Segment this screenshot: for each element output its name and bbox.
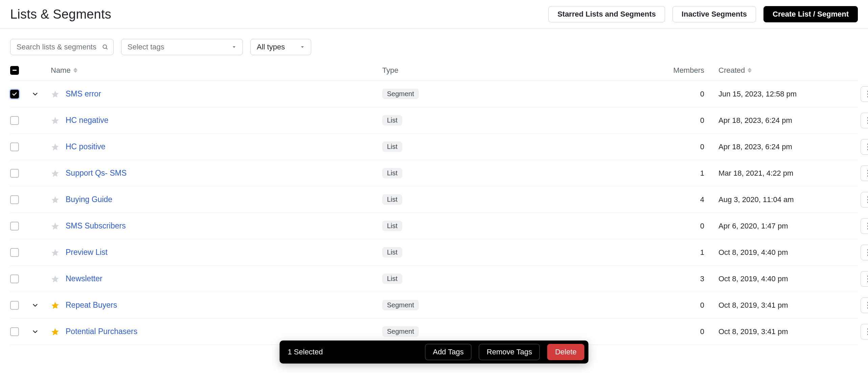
created-value: Apr 18, 2023, 6:24 pm [707, 142, 836, 151]
star-toggle[interactable] [51, 301, 60, 310]
row-checkbox[interactable] [10, 195, 19, 204]
row-name-link[interactable]: Buying Guide [66, 195, 112, 204]
star-toggle[interactable] [51, 327, 60, 336]
row-checkbox[interactable] [10, 142, 19, 151]
svg-line-1 [106, 48, 108, 49]
row-name-link[interactable]: Newsletter [66, 274, 102, 283]
row-checkbox[interactable] [10, 169, 19, 178]
row-actions-menu[interactable] [861, 113, 868, 128]
star-toggle[interactable] [51, 195, 60, 204]
row-name-link[interactable]: Potential Purchasers [66, 327, 137, 336]
row-name-link[interactable]: SMS Subscribers [66, 221, 126, 231]
header-actions: Starred Lists and Segments Inactive Segm… [548, 6, 858, 22]
column-name-label: Name [51, 66, 71, 75]
column-header-members[interactable]: Members [619, 66, 707, 75]
created-value: Oct 8, 2019, 3:41 pm [707, 301, 836, 310]
search-icon [102, 44, 109, 50]
row-actions-menu[interactable] [861, 218, 868, 234]
column-header-type[interactable]: Type [382, 66, 619, 75]
row-name-link[interactable]: Support Qs- SMS [66, 169, 127, 178]
search-input[interactable] [10, 39, 113, 55]
created-value: Jun 15, 2023, 12:58 pm [707, 90, 836, 98]
row-checkbox[interactable] [10, 90, 19, 98]
create-list-segment-button[interactable]: Create List / Segment [763, 6, 858, 22]
members-value: 0 [619, 301, 707, 310]
members-value: 3 [619, 275, 707, 283]
chevron-down-icon [300, 45, 305, 49]
table-body: SMS errorSegment0Jun 15, 2023, 12:58 pmH… [10, 81, 858, 345]
inactive-segments-button[interactable]: Inactive Segments [672, 6, 756, 22]
star-toggle[interactable] [51, 169, 60, 178]
add-tags-button[interactable]: Add Tags [425, 344, 471, 345]
created-value: Aug 3, 2020, 11:04 am [707, 195, 836, 204]
select-tags-label: Select tags [128, 43, 164, 51]
type-pill: List [382, 273, 402, 284]
row-checkbox[interactable] [10, 116, 19, 125]
type-pill: List [382, 141, 402, 152]
type-pill: Segment [382, 300, 419, 310]
column-header-name[interactable]: Name [51, 66, 382, 75]
starred-lists-button[interactable]: Starred Lists and Segments [548, 6, 665, 22]
members-value: 0 [619, 116, 707, 125]
selection-toolbar: 1 Selected Add Tags Remove Tags Delete [279, 341, 588, 345]
row-actions-menu[interactable] [861, 271, 868, 287]
search-input-wrapper[interactable] [10, 39, 114, 55]
page-title: Lists & Segments [10, 7, 111, 22]
star-toggle[interactable] [51, 222, 60, 231]
row-checkbox[interactable] [10, 275, 19, 283]
select-all-checkbox[interactable] [10, 66, 19, 75]
select-tags-dropdown[interactable]: Select tags [121, 39, 243, 55]
chevron-down-icon [232, 45, 236, 49]
row-actions-menu[interactable] [861, 298, 868, 313]
star-toggle[interactable] [51, 116, 60, 125]
members-value: 4 [619, 195, 707, 204]
row-actions-menu[interactable] [861, 166, 868, 181]
lists-table: Name Type Members Created SMS errorSegme… [0, 60, 868, 345]
type-pill: Segment [382, 326, 419, 337]
members-value: 1 [619, 169, 707, 178]
row-actions-menu[interactable] [861, 86, 868, 102]
table-row: SMS SubscribersList0Apr 6, 2020, 1:47 pm [10, 213, 858, 239]
expand-toggle[interactable] [30, 327, 40, 336]
column-members-label: Members [673, 66, 704, 75]
expand-toggle[interactable] [30, 301, 40, 310]
table-row: Preview ListList1Oct 8, 2019, 4:40 pm [10, 239, 858, 266]
members-value: 0 [619, 222, 707, 231]
members-value: 0 [619, 90, 707, 98]
type-pill: List [382, 221, 402, 231]
table-row: Buying GuideList4Aug 3, 2020, 11:04 am [10, 186, 858, 213]
members-value: 0 [619, 327, 707, 336]
type-pill: List [382, 115, 402, 126]
column-created-label: Created [718, 66, 745, 75]
row-actions-menu[interactable] [861, 139, 868, 155]
row-checkbox[interactable] [10, 248, 19, 257]
expand-toggle[interactable] [30, 89, 40, 99]
members-value: 1 [619, 248, 707, 257]
sort-icon [748, 68, 752, 73]
row-actions-menu[interactable] [861, 245, 868, 260]
row-actions-menu[interactable] [861, 324, 868, 339]
row-name-link[interactable]: Preview List [66, 248, 108, 257]
row-checkbox[interactable] [10, 327, 19, 336]
row-name-link[interactable]: SMS error [66, 89, 101, 98]
row-name-link[interactable]: Repeat Buyers [66, 301, 117, 310]
star-toggle[interactable] [51, 90, 60, 98]
table-row: NewsletterList3Oct 8, 2019, 4:40 pm [10, 266, 858, 292]
row-actions-menu[interactable] [861, 192, 868, 207]
created-value: Mar 18, 2021, 4:22 pm [707, 169, 836, 178]
remove-tags-button[interactable]: Remove Tags [479, 344, 540, 345]
svg-point-0 [103, 45, 107, 48]
row-checkbox[interactable] [10, 301, 19, 310]
star-toggle[interactable] [51, 142, 60, 151]
star-toggle[interactable] [51, 275, 60, 283]
delete-button[interactable]: Delete [547, 344, 585, 345]
table-row: HC positiveList0Apr 18, 2023, 6:24 pm [10, 134, 858, 160]
star-toggle[interactable] [51, 248, 60, 257]
created-value: Apr 18, 2023, 6:24 pm [707, 116, 836, 125]
select-types-dropdown[interactable]: All types [250, 39, 311, 55]
row-name-link[interactable]: HC negative [66, 116, 109, 125]
type-pill: List [382, 247, 402, 258]
row-checkbox[interactable] [10, 222, 19, 231]
column-header-created[interactable]: Created [707, 66, 836, 75]
row-name-link[interactable]: HC positive [66, 142, 106, 151]
